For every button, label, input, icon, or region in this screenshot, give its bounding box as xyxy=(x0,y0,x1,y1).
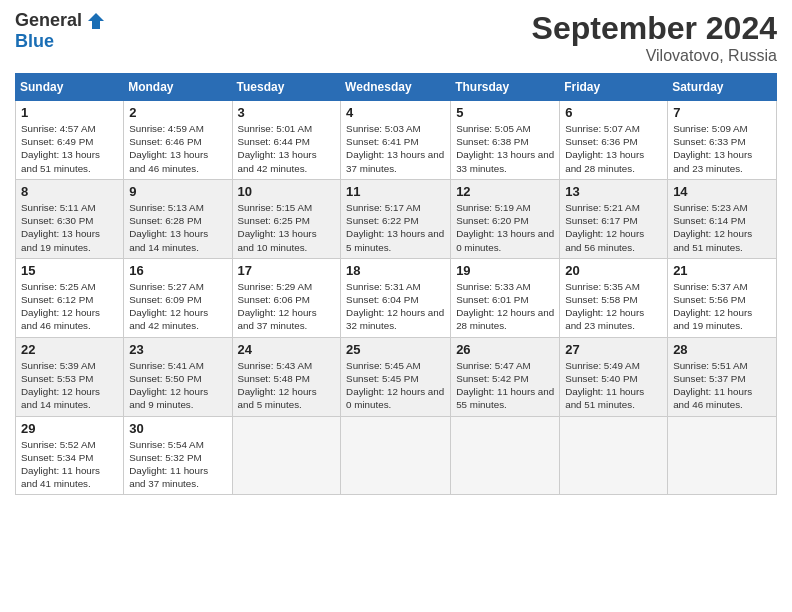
day-number: 10 xyxy=(238,184,336,199)
table-row: 16 Sunrise: 5:27 AMSunset: 6:09 PMDaylig… xyxy=(124,258,232,337)
day-info: Sunrise: 5:25 AMSunset: 6:12 PMDaylight:… xyxy=(21,280,118,333)
table-row xyxy=(668,416,777,495)
day-number: 14 xyxy=(673,184,771,199)
table-row xyxy=(560,416,668,495)
day-info: Sunrise: 5:33 AMSunset: 6:01 PMDaylight:… xyxy=(456,280,554,333)
day-number: 29 xyxy=(21,421,118,436)
page-container: General Blue September 2024 Vilovatovo, … xyxy=(0,0,792,505)
day-info: Sunrise: 4:59 AMSunset: 6:46 PMDaylight:… xyxy=(129,122,226,175)
day-number: 15 xyxy=(21,263,118,278)
svg-marker-0 xyxy=(88,13,104,29)
table-row xyxy=(232,416,341,495)
day-number: 5 xyxy=(456,105,554,120)
day-info: Sunrise: 5:41 AMSunset: 5:50 PMDaylight:… xyxy=(129,359,226,412)
day-info: Sunrise: 5:19 AMSunset: 6:20 PMDaylight:… xyxy=(456,201,554,254)
table-row: 2 Sunrise: 4:59 AMSunset: 6:46 PMDayligh… xyxy=(124,101,232,180)
table-row xyxy=(341,416,451,495)
day-info: Sunrise: 5:35 AMSunset: 5:58 PMDaylight:… xyxy=(565,280,662,333)
day-number: 8 xyxy=(21,184,118,199)
day-number: 1 xyxy=(21,105,118,120)
day-info: Sunrise: 5:11 AMSunset: 6:30 PMDaylight:… xyxy=(21,201,118,254)
day-info: Sunrise: 4:57 AMSunset: 6:49 PMDaylight:… xyxy=(21,122,118,175)
day-number: 19 xyxy=(456,263,554,278)
table-row: 28 Sunrise: 5:51 AMSunset: 5:37 PMDaylig… xyxy=(668,337,777,416)
day-number: 21 xyxy=(673,263,771,278)
table-row: 22 Sunrise: 5:39 AMSunset: 5:53 PMDaylig… xyxy=(16,337,124,416)
table-row: 30 Sunrise: 5:54 AMSunset: 5:32 PMDaylig… xyxy=(124,416,232,495)
day-number: 17 xyxy=(238,263,336,278)
table-row: 29 Sunrise: 5:52 AMSunset: 5:34 PMDaylig… xyxy=(16,416,124,495)
calendar-table: Sunday Monday Tuesday Wednesday Thursday… xyxy=(15,73,777,495)
day-number: 4 xyxy=(346,105,445,120)
page-header: General Blue September 2024 Vilovatovo, … xyxy=(15,10,777,65)
logo-general-text: General xyxy=(15,10,82,31)
table-row: 13 Sunrise: 5:21 AMSunset: 6:17 PMDaylig… xyxy=(560,179,668,258)
day-info: Sunrise: 5:03 AMSunset: 6:41 PMDaylight:… xyxy=(346,122,445,175)
calendar-week-row: 22 Sunrise: 5:39 AMSunset: 5:53 PMDaylig… xyxy=(16,337,777,416)
table-row: 20 Sunrise: 5:35 AMSunset: 5:58 PMDaylig… xyxy=(560,258,668,337)
day-info: Sunrise: 5:45 AMSunset: 5:45 PMDaylight:… xyxy=(346,359,445,412)
day-info: Sunrise: 5:09 AMSunset: 6:33 PMDaylight:… xyxy=(673,122,771,175)
day-number: 26 xyxy=(456,342,554,357)
table-row: 26 Sunrise: 5:47 AMSunset: 5:42 PMDaylig… xyxy=(451,337,560,416)
day-info: Sunrise: 5:01 AMSunset: 6:44 PMDaylight:… xyxy=(238,122,336,175)
day-info: Sunrise: 5:31 AMSunset: 6:04 PMDaylight:… xyxy=(346,280,445,333)
day-info: Sunrise: 5:52 AMSunset: 5:34 PMDaylight:… xyxy=(21,438,118,491)
location: Vilovatovo, Russia xyxy=(532,47,777,65)
table-row: 25 Sunrise: 5:45 AMSunset: 5:45 PMDaylig… xyxy=(341,337,451,416)
day-info: Sunrise: 5:51 AMSunset: 5:37 PMDaylight:… xyxy=(673,359,771,412)
day-number: 3 xyxy=(238,105,336,120)
day-number: 30 xyxy=(129,421,226,436)
day-number: 25 xyxy=(346,342,445,357)
table-row: 17 Sunrise: 5:29 AMSunset: 6:06 PMDaylig… xyxy=(232,258,341,337)
table-row: 10 Sunrise: 5:15 AMSunset: 6:25 PMDaylig… xyxy=(232,179,341,258)
table-row xyxy=(451,416,560,495)
logo-blue-text: Blue xyxy=(15,31,54,52)
day-info: Sunrise: 5:21 AMSunset: 6:17 PMDaylight:… xyxy=(565,201,662,254)
day-number: 2 xyxy=(129,105,226,120)
table-row: 24 Sunrise: 5:43 AMSunset: 5:48 PMDaylig… xyxy=(232,337,341,416)
table-row: 15 Sunrise: 5:25 AMSunset: 6:12 PMDaylig… xyxy=(16,258,124,337)
day-number: 20 xyxy=(565,263,662,278)
day-number: 22 xyxy=(21,342,118,357)
calendar-week-row: 29 Sunrise: 5:52 AMSunset: 5:34 PMDaylig… xyxy=(16,416,777,495)
logo: General Blue xyxy=(15,10,106,52)
table-row: 12 Sunrise: 5:19 AMSunset: 6:20 PMDaylig… xyxy=(451,179,560,258)
day-info: Sunrise: 5:47 AMSunset: 5:42 PMDaylight:… xyxy=(456,359,554,412)
day-number: 12 xyxy=(456,184,554,199)
table-row: 7 Sunrise: 5:09 AMSunset: 6:33 PMDayligh… xyxy=(668,101,777,180)
day-info: Sunrise: 5:07 AMSunset: 6:36 PMDaylight:… xyxy=(565,122,662,175)
col-wednesday: Wednesday xyxy=(341,74,451,101)
table-row: 19 Sunrise: 5:33 AMSunset: 6:01 PMDaylig… xyxy=(451,258,560,337)
col-thursday: Thursday xyxy=(451,74,560,101)
day-info: Sunrise: 5:27 AMSunset: 6:09 PMDaylight:… xyxy=(129,280,226,333)
day-number: 9 xyxy=(129,184,226,199)
table-row: 9 Sunrise: 5:13 AMSunset: 6:28 PMDayligh… xyxy=(124,179,232,258)
day-number: 24 xyxy=(238,342,336,357)
table-row: 11 Sunrise: 5:17 AMSunset: 6:22 PMDaylig… xyxy=(341,179,451,258)
day-number: 6 xyxy=(565,105,662,120)
day-info: Sunrise: 5:49 AMSunset: 5:40 PMDaylight:… xyxy=(565,359,662,412)
col-tuesday: Tuesday xyxy=(232,74,341,101)
table-row: 21 Sunrise: 5:37 AMSunset: 5:56 PMDaylig… xyxy=(668,258,777,337)
logo-icon xyxy=(86,11,106,31)
col-monday: Monday xyxy=(124,74,232,101)
day-info: Sunrise: 5:17 AMSunset: 6:22 PMDaylight:… xyxy=(346,201,445,254)
day-number: 11 xyxy=(346,184,445,199)
col-saturday: Saturday xyxy=(668,74,777,101)
day-number: 23 xyxy=(129,342,226,357)
title-section: September 2024 Vilovatovo, Russia xyxy=(532,10,777,65)
day-info: Sunrise: 5:13 AMSunset: 6:28 PMDaylight:… xyxy=(129,201,226,254)
day-number: 7 xyxy=(673,105,771,120)
table-row: 6 Sunrise: 5:07 AMSunset: 6:36 PMDayligh… xyxy=(560,101,668,180)
calendar-week-row: 1 Sunrise: 4:57 AMSunset: 6:49 PMDayligh… xyxy=(16,101,777,180)
table-row: 23 Sunrise: 5:41 AMSunset: 5:50 PMDaylig… xyxy=(124,337,232,416)
day-number: 27 xyxy=(565,342,662,357)
table-row: 14 Sunrise: 5:23 AMSunset: 6:14 PMDaylig… xyxy=(668,179,777,258)
table-row: 5 Sunrise: 5:05 AMSunset: 6:38 PMDayligh… xyxy=(451,101,560,180)
table-row: 27 Sunrise: 5:49 AMSunset: 5:40 PMDaylig… xyxy=(560,337,668,416)
day-info: Sunrise: 5:05 AMSunset: 6:38 PMDaylight:… xyxy=(456,122,554,175)
day-info: Sunrise: 5:43 AMSunset: 5:48 PMDaylight:… xyxy=(238,359,336,412)
calendar-week-row: 15 Sunrise: 5:25 AMSunset: 6:12 PMDaylig… xyxy=(16,258,777,337)
col-friday: Friday xyxy=(560,74,668,101)
